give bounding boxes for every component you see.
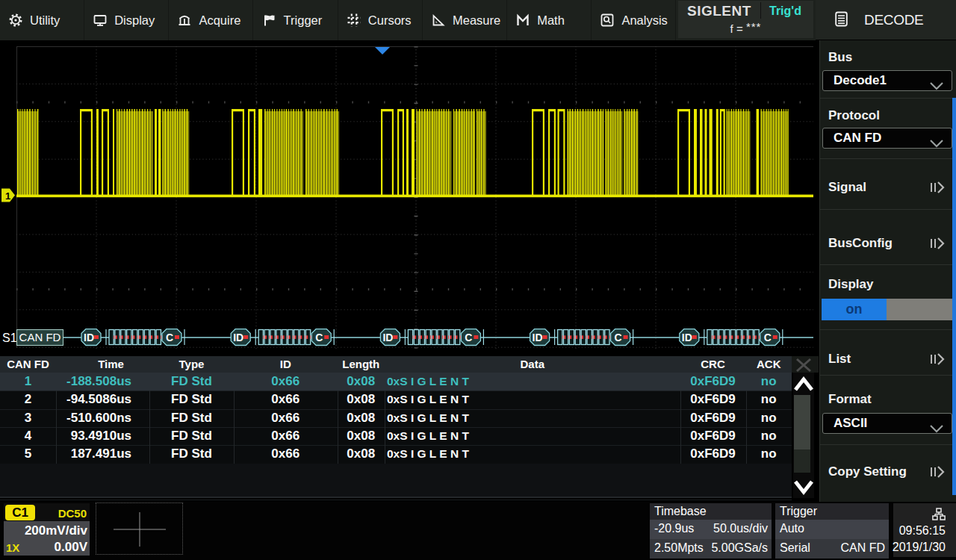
- svg-text:C: C: [615, 332, 622, 343]
- svg-text:C: C: [764, 332, 772, 343]
- svg-text:ID: ID: [233, 332, 243, 343]
- svg-text:C: C: [166, 332, 173, 343]
- svg-text:C: C: [315, 332, 323, 343]
- svg-text:C: C: [465, 332, 472, 343]
- svg-text:ID: ID: [533, 332, 543, 343]
- svg-text:ID: ID: [84, 332, 94, 343]
- svg-text:ID: ID: [682, 332, 692, 343]
- svg-text:ID: ID: [382, 332, 393, 343]
- svg-text:1: 1: [5, 190, 10, 202]
